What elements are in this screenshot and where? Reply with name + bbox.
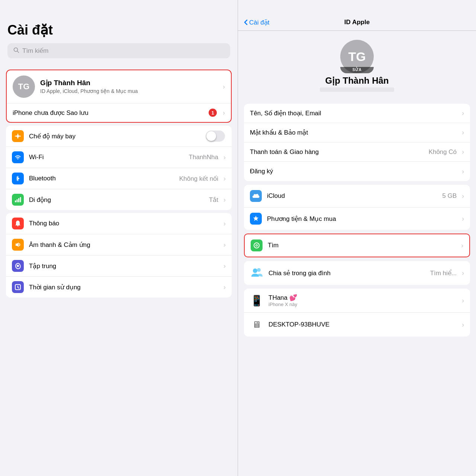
bluetooth-icon (12, 173, 24, 184)
family-sharing-row[interactable]: Chia sẻ trong gia đình Tìm hiể... › (244, 261, 470, 285)
subscription-row[interactable]: Đăng ký › (244, 162, 470, 181)
sounds-row[interactable]: Âm thanh & Cảm ứng › (6, 234, 232, 255)
icloud-value: 5 GB (442, 192, 457, 200)
payment-shipping-row[interactable]: Thanh toán & Giao hàng Không Có › (244, 142, 470, 162)
left-panel: Cài đặt Tìm kiếm TG Gịp Thành Hân ID App… (0, 0, 238, 476)
notifications-label: Thông báo (29, 220, 221, 227)
avatar: TG (13, 75, 35, 98)
wifi-row[interactable]: Wi-Fi ThanhNha › (6, 147, 232, 168)
chevron-right-icon: › (462, 148, 464, 156)
payment-shipping-label: Thanh toán & Giao hàng (250, 148, 428, 156)
chevron-right-icon: › (223, 83, 225, 91)
svg-rect-4 (17, 199, 18, 202)
airplane-label: Chế độ máy bay (29, 132, 206, 140)
search-bar[interactable]: Tìm kiếm (7, 43, 230, 58)
chevron-right-icon: › (223, 220, 226, 228)
svg-marker-8 (16, 242, 19, 247)
family-sharing-group: Chia sẻ trong gia đình Tìm hiể... › (244, 261, 470, 285)
chevron-right-icon: › (223, 175, 226, 183)
svg-rect-5 (18, 198, 19, 202)
right-panel: Cài đặt ID Apple TG SỬA Gịp Thành Hân Tê… (238, 0, 476, 476)
backup-row[interactable]: iPhone chưa được Sao lưu 1 › (7, 103, 231, 122)
sounds-label: Âm thanh & Cảm ứng (29, 241, 221, 249)
device-desktop-name: DESKTOP-93BHUVE (268, 321, 459, 328)
bluetooth-value: Không kết nối (179, 175, 218, 183)
family-sharing-value: Tìm hiể... (430, 269, 457, 277)
avatar-edit-label[interactable]: SỬA (340, 67, 374, 73)
screentime-row[interactable]: Thời gian sử dụng › (6, 277, 232, 298)
subscription-label: Đăng ký (250, 168, 459, 175)
profile-info: Gịp Thành Hân ID Apple, iCloud, Phương t… (40, 78, 220, 94)
appstore-icon (250, 213, 262, 225)
svg-point-13 (256, 245, 257, 246)
device-thana-row[interactable]: 📱 THana 💕 iPhone X này › (244, 289, 470, 313)
chevron-right-icon: › (223, 109, 225, 117)
chevron-right-icon: › (462, 168, 464, 176)
name-phone-email-row[interactable]: Tên, Số điện thoại, Email › (244, 104, 470, 123)
page-title: Cài đặt (7, 22, 230, 38)
back-button[interactable]: Cài đặt (244, 19, 269, 26)
find-my-inner: Tìm › (245, 234, 469, 257)
search-icon (13, 47, 19, 55)
profile-subtitle: ID Apple, iCloud, Phương tiện & Mục mua (40, 88, 220, 94)
findmy-icon (251, 239, 263, 251)
chevron-right-icon: › (462, 129, 464, 136)
device-thana-model: iPhone X này (268, 302, 459, 307)
chevron-right-icon: › (462, 269, 464, 277)
profile-name: Gịp Thành Hân (40, 78, 220, 87)
family-sharing-label: Chia sẻ trong gia đình (268, 269, 430, 277)
find-my-row[interactable]: Tìm › (244, 234, 470, 257)
network-settings-group: Chế độ máy bay Wi-Fi ThanhNha › (6, 126, 232, 210)
chevron-right-icon: › (223, 283, 226, 291)
password-security-row[interactable]: Mật khẩu & Bảo mật › (244, 123, 470, 142)
focus-icon (12, 260, 24, 272)
chevron-right-icon: › (462, 321, 464, 329)
left-header: Cài đặt Tìm kiếm (0, 0, 238, 70)
chevron-right-icon: › (223, 196, 226, 204)
svg-rect-6 (20, 197, 21, 202)
profile-section[interactable]: TG Gịp Thành Hân ID Apple, iCloud, Phươn… (6, 70, 232, 123)
cellular-icon (12, 194, 24, 206)
devices-group: 📱 THana 💕 iPhone X này › 🖥 DESKTOP-93BHU… (244, 289, 470, 337)
bluetooth-label: Bluetooth (29, 175, 179, 182)
device-desktop-row[interactable]: 🖥 DESKTOP-93BHUVE › (244, 313, 470, 337)
wifi-icon (12, 151, 24, 163)
airplane-mode-row[interactable]: Chế độ máy bay (6, 126, 232, 147)
svg-rect-7 (17, 225, 19, 226)
svg-point-15 (257, 268, 261, 272)
family-icon (250, 266, 263, 280)
cellular-label: Di động (29, 196, 209, 204)
media-purchases-row[interactable]: Phương tiện & Mục mua › (244, 208, 470, 230)
airplane-icon (12, 130, 24, 142)
right-profile-name: Gịp Thành Hân (325, 75, 389, 86)
focus-row[interactable]: Tập trung › (6, 255, 232, 277)
svg-rect-3 (15, 200, 16, 202)
icloud-icon (250, 190, 262, 202)
profile-row[interactable]: TG Gịp Thành Hân ID Apple, iCloud, Phươn… (7, 70, 231, 103)
bluetooth-row[interactable]: Bluetooth Không kết nối › (6, 168, 232, 189)
password-security-label: Mật khẩu & Bảo mật (250, 129, 459, 136)
focus-label: Tập trung (29, 262, 221, 270)
back-label: Cài đặt (249, 19, 269, 26)
avatar-large[interactable]: TG SỬA (340, 40, 374, 73)
chevron-right-icon: › (462, 192, 464, 200)
chevron-right-icon: › (462, 297, 464, 305)
cellular-row[interactable]: Di động Tắt › (6, 189, 232, 210)
device-desktop-info: DESKTOP-93BHUVE (268, 321, 459, 328)
media-label: Phương tiện & Mục mua (267, 215, 459, 223)
chevron-right-icon: › (461, 242, 463, 250)
chevron-right-icon: › (223, 154, 226, 161)
screentime-icon (12, 281, 24, 293)
airplane-toggle[interactable] (206, 131, 225, 142)
chevron-right-icon: › (223, 262, 226, 270)
notifications-row[interactable]: Thông báo › (6, 213, 232, 234)
svg-line-1 (17, 51, 19, 52)
icloud-row[interactable]: iCloud 5 GB › (244, 185, 470, 208)
toggle-thumb (206, 131, 216, 141)
findmy-label: Tìm (268, 242, 458, 249)
wifi-label: Wi-Fi (29, 154, 189, 161)
search-placeholder: Tìm kiếm (22, 47, 48, 55)
chevron-right-icon: › (462, 109, 464, 117)
svg-point-9 (17, 265, 19, 267)
svg-point-14 (253, 268, 257, 273)
